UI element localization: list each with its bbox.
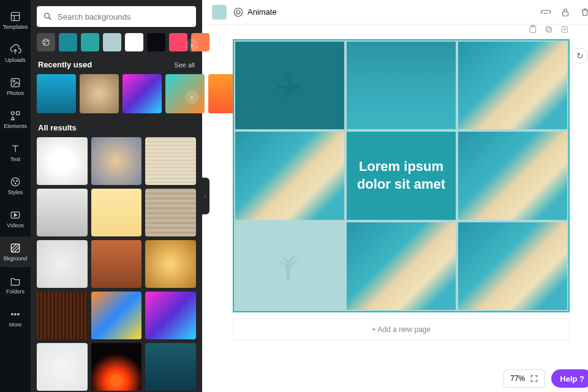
result-thumb[interactable] — [91, 189, 142, 236]
color-swatch[interactable] — [81, 33, 99, 51]
rail-uploads[interactable]: Uploads — [0, 38, 31, 69]
recent-thumb[interactable] — [80, 74, 119, 113]
grid-cell-7[interactable] — [235, 222, 344, 310]
rail-styles[interactable]: Styles — [0, 170, 31, 201]
result-thumb[interactable] — [145, 189, 196, 236]
color-swatch[interactable] — [125, 33, 143, 51]
rail-background[interactable]: Bkground — [0, 236, 31, 267]
rail-videos[interactable]: Videos — [0, 203, 31, 234]
result-thumb[interactable] — [145, 343, 196, 391]
result-thumb[interactable] — [37, 343, 88, 391]
page: Lorem ipsum dolor sit amet ↻ — [233, 39, 570, 312]
result-thumb[interactable] — [37, 240, 88, 288]
context-toolbar: Animate — [202, 0, 588, 24]
recent-thumb[interactable] — [37, 74, 76, 113]
recent-next-button[interactable]: › — [185, 91, 198, 104]
rail-templates[interactable]: Templates — [0, 5, 31, 36]
animate-icon — [233, 7, 244, 18]
rail-folders[interactable]: Folders — [0, 270, 31, 300]
canvas-area: Animate Lorem ipsum dolor sit amet — [202, 0, 588, 392]
search-input[interactable] — [58, 12, 190, 21]
result-thumb[interactable] — [37, 292, 88, 339]
svg-point-21 — [15, 314, 17, 315]
svg-point-29 — [234, 8, 243, 17]
refresh-button[interactable]: ↻ — [572, 48, 588, 64]
grid-cell-8[interactable] — [347, 222, 456, 310]
result-thumb[interactable] — [145, 292, 196, 339]
grid-cell-2[interactable] — [347, 42, 456, 129]
svg-rect-0 — [11, 12, 19, 20]
result-thumb[interactable] — [91, 292, 142, 339]
page-upload-icon[interactable] — [560, 24, 570, 34]
svg-point-20 — [12, 314, 13, 315]
recent-heading: Recently used — [38, 60, 92, 69]
svg-point-28 — [44, 43, 45, 43]
recent-thumb[interactable] — [165, 74, 205, 113]
animate-button[interactable]: Animate — [233, 7, 277, 18]
recent-thumb[interactable] — [123, 74, 162, 113]
results-grid — [37, 137, 196, 391]
svg-marker-15 — [14, 214, 17, 217]
color-swatch-row: › — [31, 33, 202, 58]
color-swatch[interactable] — [59, 33, 77, 51]
stage[interactable]: Lorem ipsum dolor sit amet ↻ + Add a new… — [202, 24, 588, 365]
rail-elements[interactable]: Elements — [0, 104, 31, 135]
page-notes-icon[interactable] — [528, 24, 538, 34]
svg-rect-3 — [11, 78, 19, 86]
plane-icon — [274, 70, 305, 101]
svg-point-27 — [47, 40, 47, 41]
svg-point-22 — [18, 314, 20, 315]
position-icon[interactable] — [540, 7, 551, 18]
swatch-next-button[interactable]: › — [185, 39, 198, 52]
result-thumb[interactable] — [37, 189, 88, 236]
svg-point-30 — [236, 10, 240, 14]
results-heading: All results — [38, 123, 77, 132]
svg-point-12 — [17, 181, 18, 182]
grid-cell-9[interactable] — [458, 222, 567, 310]
animate-label: Animate — [247, 7, 277, 17]
result-thumb[interactable] — [91, 240, 142, 288]
svg-marker-7 — [11, 117, 14, 120]
palm-icon — [273, 249, 307, 283]
lock-icon[interactable] — [560, 7, 571, 18]
color-swatch[interactable] — [147, 33, 165, 51]
rail-text[interactable]: Text — [0, 137, 31, 168]
svg-line-24 — [49, 18, 51, 20]
rail-more[interactable]: More — [0, 303, 31, 333]
design-grid[interactable]: Lorem ipsum dolor sit amet — [233, 39, 570, 312]
grid-cell-5[interactable]: Lorem ipsum dolor sit amet — [347, 132, 456, 219]
center-text: Lorem ipsum dolor sit amet — [353, 158, 450, 193]
color-swatch[interactable] — [169, 33, 187, 51]
svg-point-23 — [45, 13, 50, 18]
result-thumb[interactable] — [37, 137, 88, 185]
svg-point-26 — [44, 40, 45, 41]
svg-rect-31 — [563, 12, 568, 16]
page-controls — [528, 24, 570, 34]
grid-cell-3[interactable] — [458, 42, 567, 129]
page-duplicate-icon[interactable] — [544, 24, 554, 34]
search-box[interactable] — [37, 6, 196, 27]
backgrounds-panel: › Recently usedSee all › All results ‹ — [31, 0, 202, 392]
rail-photos[interactable]: Photos — [0, 71, 31, 102]
recent-row: › — [31, 74, 202, 121]
svg-point-11 — [13, 181, 15, 182]
color-swatch[interactable] — [103, 33, 121, 51]
grid-cell-1[interactable] — [235, 42, 344, 129]
grid-cell-4[interactable] — [235, 132, 344, 219]
svg-point-5 — [11, 111, 14, 115]
help-button[interactable]: Help ? — [551, 369, 588, 388]
result-thumb[interactable] — [145, 240, 196, 288]
result-thumb[interactable] — [145, 137, 196, 185]
grid-cell-6[interactable] — [458, 132, 567, 219]
see-all-link[interactable]: See all — [174, 61, 195, 69]
background-color-swatch[interactable] — [212, 5, 227, 20]
result-thumb[interactable] — [91, 137, 142, 185]
color-edit-button[interactable] — [37, 33, 55, 51]
footer: 77% Help ? — [202, 365, 588, 392]
result-thumb[interactable] — [91, 343, 142, 391]
trash-icon[interactable] — [579, 7, 588, 18]
zoom-control[interactable]: 77% — [503, 369, 545, 388]
fullscreen-icon — [530, 374, 538, 383]
svg-rect-6 — [17, 111, 20, 115]
add-page-button[interactable]: + Add a new page — [233, 318, 570, 341]
